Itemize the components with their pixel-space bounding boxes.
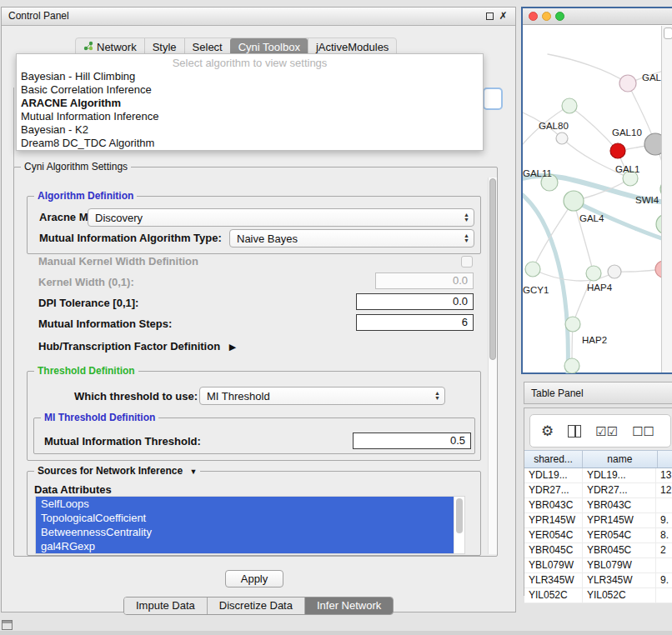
table-rows: YDL19...YDL19...13YDR27...YDR27...12YBR0… xyxy=(524,468,672,603)
bottom-tab-infer-network[interactable]: Infer Network xyxy=(304,598,393,614)
close-traffic-light[interactable] xyxy=(529,12,538,21)
dpi-tolerance-field[interactable]: 0.0 xyxy=(356,293,474,310)
dpi-tolerance-label: DPI Tolerance [0,1]: xyxy=(38,297,138,309)
kernel-width-field[interactable]: 0.0 xyxy=(375,272,474,289)
bottom-strip xyxy=(0,631,672,635)
table-cell: YBR045C xyxy=(524,543,583,558)
node-green-top[interactable] xyxy=(562,98,577,113)
sources-title-text: Sources for Network Inference xyxy=(38,465,183,477)
control-panel-title: Control Panel xyxy=(8,8,69,25)
node-gal4[interactable] xyxy=(564,191,584,211)
node-hap2[interactable] xyxy=(565,317,580,332)
table-cell: YIL052C xyxy=(524,588,583,602)
table-cell: 2 xyxy=(656,543,672,558)
algorithm-option[interactable]: Bayesian - Hill Climbing xyxy=(17,70,483,83)
table-cell: 13 xyxy=(656,468,672,482)
table-cell: YDR27... xyxy=(524,483,583,498)
node-hap4[interactable] xyxy=(586,266,601,281)
node-pink-top[interactable] xyxy=(619,75,636,92)
network-window-titlebar[interactable] xyxy=(523,8,672,25)
algorithm-combo-fragment[interactable] xyxy=(483,88,503,110)
table-row[interactable]: YDR27...YDR27...12 xyxy=(524,483,672,498)
aracne-mode-combo[interactable]: Discovery ▲▼ xyxy=(88,208,474,227)
network-edge[interactable] xyxy=(533,269,614,281)
attribute-list-scrollbar-thumb[interactable] xyxy=(456,498,463,533)
hub-definition-expander[interactable]: Hub/Transcription Factor Definition ▶ xyxy=(38,340,236,352)
table-cell: YBL079W xyxy=(524,558,583,572)
settings-scrollbar[interactable] xyxy=(488,178,497,554)
data-attribute-item[interactable]: gal4RGexp xyxy=(36,539,459,553)
table-column-header[interactable]: shared... xyxy=(524,451,583,468)
data-attributes-list: SelfLoopsTopologicalCoefficientBetweenne… xyxy=(35,496,465,554)
algorithm-option[interactable]: Basic Correlation Inference xyxy=(17,83,483,97)
table-column-header[interactable] xyxy=(658,451,672,468)
which-threshold-combo[interactable]: MI Threshold ▲▼ xyxy=(199,387,445,405)
table-cell: 8. xyxy=(656,528,672,542)
data-attribute-item[interactable]: BetweennessCentrality xyxy=(36,525,459,539)
table-panel-titlebar[interactable]: Table Panel xyxy=(524,382,672,404)
node-label: GAL80 xyxy=(539,121,569,131)
zoom-traffic-light[interactable] xyxy=(555,12,564,21)
table-row[interactable]: YPR145WYPR145W9. xyxy=(524,513,672,528)
network-scrollbar-thumb[interactable] xyxy=(664,28,672,39)
node-bottom-green[interactable] xyxy=(564,358,579,373)
table-row[interactable]: YIL052CYIL052C xyxy=(524,588,672,603)
which-threshold-label: Which threshold to use: xyxy=(74,390,198,402)
network-vertical-scrollbar[interactable] xyxy=(661,26,672,372)
minimize-traffic-light[interactable] xyxy=(542,12,551,21)
combo-arrows-icon: ▲▼ xyxy=(461,212,472,222)
apply-button[interactable]: Apply xyxy=(225,570,283,588)
bottom-tab-discretize-data[interactable]: Discretize Data xyxy=(207,598,304,614)
expand-right-icon: ▶ xyxy=(229,342,236,352)
threshold-definition-title: Threshold Definition xyxy=(34,365,138,377)
table-cell: YER054C xyxy=(524,528,583,542)
attribute-list-scrollbar[interactable] xyxy=(454,497,464,553)
close-icon[interactable]: ✗ xyxy=(499,12,508,21)
gear-icon[interactable]: ⚙ xyxy=(541,424,554,438)
node-gal10-red[interactable] xyxy=(610,143,625,158)
float-window-icon[interactable] xyxy=(486,12,494,20)
table-row[interactable]: YBR045CYBR045C2 xyxy=(524,543,672,558)
algorithm-option[interactable]: Dream8 DC_TDC Algorithm xyxy=(17,137,483,150)
table-row[interactable]: YLR345WYLR345W9. xyxy=(524,573,672,588)
algorithm-option[interactable]: Bayesian - K2 xyxy=(17,123,483,137)
table-row[interactable]: YBL079WYBL079W xyxy=(524,558,672,573)
desktop: Control Panel ✗ NetworkStyleSelectCyni T… xyxy=(0,0,672,635)
table-cell: 9. xyxy=(656,513,672,528)
node-gal80[interactable] xyxy=(556,132,568,144)
algorithm-option[interactable]: Mutual Information Inference xyxy=(17,110,483,123)
network-edge[interactable] xyxy=(569,106,618,151)
table-cell: YBL079W xyxy=(583,558,656,572)
table-row[interactable]: YBR043CYBR043C xyxy=(524,498,672,513)
mi-type-label: Mutual Information Algorithm Type: xyxy=(39,232,222,244)
table-column-header[interactable]: name xyxy=(583,451,658,468)
columns-icon[interactable] xyxy=(568,425,581,438)
algorithm-dropdown-placeholder: Select algorithm to view settings xyxy=(17,57,483,70)
mi-threshold-field[interactable]: 0.5 xyxy=(353,432,471,449)
which-threshold-value: MI Threshold xyxy=(207,390,432,402)
data-attribute-item[interactable]: TopologicalCoefficient xyxy=(36,511,459,525)
network-view-window: GALGAL80GAL10GAL11GAL1SWI4GAL4GCY1HAP4YH… xyxy=(521,7,672,374)
bottom-tab-impute-data[interactable]: Impute Data xyxy=(124,598,207,614)
network-canvas[interactable]: GALGAL80GAL10GAL11GAL1SWI4GAL4GCY1HAP4YH… xyxy=(523,26,672,373)
deselect-all-checkboxes-icon[interactable]: ☐☐ xyxy=(632,425,654,438)
manual-kernel-checkbox[interactable] xyxy=(461,256,473,268)
mi-steps-field[interactable]: 6 xyxy=(356,314,474,331)
table-row[interactable]: YDL19...YDL19...13 xyxy=(524,468,672,483)
node-mid-white[interactable] xyxy=(608,265,621,278)
data-attribute-item[interactable]: SelfLoops xyxy=(36,497,459,511)
cyni-settings-group-title: Cyni Algorithm Settings xyxy=(21,161,131,172)
control-panel-titlebar[interactable]: Control Panel ✗ xyxy=(2,8,515,26)
mi-type-combo[interactable]: Naive Bayes ▲▼ xyxy=(229,229,474,248)
sources-group-title[interactable]: Sources for Network Inference ▼ xyxy=(34,465,200,477)
select-all-checkboxes-icon[interactable]: ☑☑ xyxy=(595,425,618,438)
network-edge[interactable] xyxy=(574,201,594,273)
table-row[interactable]: YER054CYER054C8. xyxy=(524,528,672,543)
network-edge[interactable] xyxy=(548,54,628,83)
node-label: GAL4 xyxy=(579,213,604,223)
network-edge[interactable] xyxy=(523,195,568,373)
algorithm-option[interactable]: ARACNE Algorithm xyxy=(17,97,483,110)
settings-scrollbar-thumb[interactable] xyxy=(489,178,496,360)
collapsed-panel-icon[interactable] xyxy=(2,620,13,630)
node-gcy1[interactable] xyxy=(525,262,540,277)
